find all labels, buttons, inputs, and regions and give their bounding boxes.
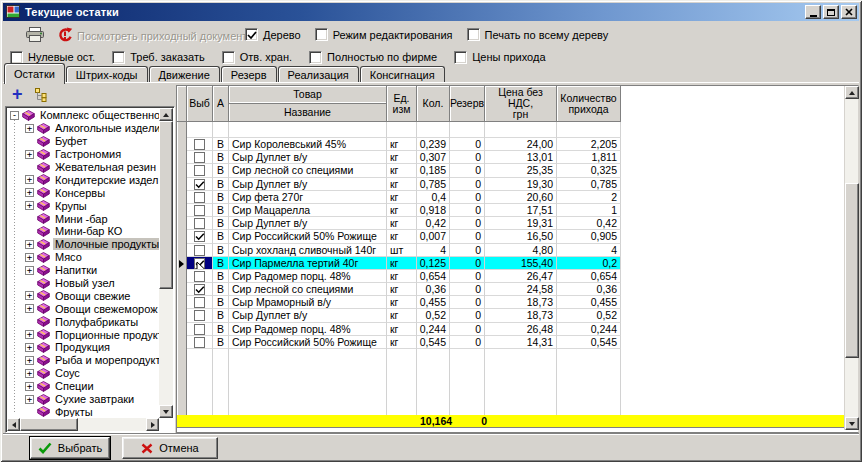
row-select-cell[interactable] (187, 323, 213, 336)
row-select-cell[interactable] (187, 257, 213, 270)
row-select-cell[interactable] (187, 217, 213, 230)
header-qty[interactable]: Кол. (417, 86, 450, 122)
header-product[interactable]: Товар Название (229, 86, 387, 122)
tree-item[interactable]: Новый узел (8, 277, 159, 290)
toolbar-checkbox[interactable]: Печать по всему дереву (467, 28, 609, 41)
print-button[interactable] (25, 27, 45, 43)
table-row[interactable]: В Сир Радомер порц. 48% кг 0,654 0 26,47… (177, 270, 858, 283)
tree-expander-icon[interactable]: + (25, 356, 34, 365)
cancel-button[interactable]: Отмена (122, 437, 218, 459)
close-button[interactable] (841, 5, 857, 19)
tree-item[interactable]: Полуфабрикаты (8, 315, 159, 328)
table-row[interactable]: В Сир фета 270г кг 0,4 0 20,60 2 (177, 191, 858, 204)
tree-item[interactable]: Фрукты (8, 405, 159, 417)
scrollbar-thumb[interactable] (845, 183, 859, 358)
tree-item[interactable]: + Специи (8, 380, 159, 393)
row-select-cell[interactable] (187, 191, 213, 204)
tree-expander-icon[interactable]: + (25, 240, 34, 249)
table-row[interactable]: В Сыр хохланд сливочный 140г шт 4 0 4,80… (177, 244, 858, 257)
row-checkbox[interactable] (194, 245, 205, 256)
tree-expander-icon[interactable]: + (25, 266, 34, 275)
tree-expander-icon[interactable]: + (25, 330, 34, 339)
tree-item[interactable]: + Гастрономия (8, 148, 159, 161)
table-row[interactable]: В Сыр Дуплет в/у кг 0,42 0 19,31 0,42 (177, 217, 858, 230)
tab[interactable]: Движение (149, 66, 220, 83)
row-select-cell[interactable] (187, 178, 213, 191)
header-unit[interactable]: Ед. изм (387, 86, 417, 122)
header-reserve[interactable]: Резерв (450, 86, 485, 122)
row-checkbox[interactable] (194, 165, 205, 176)
table-row[interactable]: В Сир лесной со специями кг 0,185 0 25,3… (177, 164, 858, 177)
tree-item[interactable]: + Крупы (8, 199, 159, 212)
tree-expander-icon[interactable] (25, 279, 34, 288)
header-selected[interactable]: Выб (187, 86, 213, 122)
tree-expander-icon[interactable]: + (25, 253, 34, 262)
minimize-button[interactable] (805, 5, 821, 19)
tab[interactable]: Резерв (221, 66, 277, 83)
maximize-button[interactable] (823, 5, 839, 19)
tree-item[interactable]: + Молочные продукты (8, 238, 159, 251)
add-node-button[interactable]: + (12, 86, 23, 102)
header-price[interactable]: Цена без НДС, грн (485, 86, 557, 122)
tree-item[interactable]: + Соус (8, 367, 159, 380)
row-checkbox[interactable] (194, 152, 205, 163)
row-checkbox[interactable] (194, 179, 205, 190)
table-row[interactable]: В Сыр Дуплет в/у кг 0,307 0 13,01 1,811 (177, 151, 858, 164)
titlebar[interactable]: Текущие остатки (3, 3, 859, 21)
tree-expander-icon[interactable] (25, 137, 34, 146)
table-row[interactable]: В Сир лесной со специями кг 0,36 0 24,58… (177, 283, 858, 296)
tree-expander-icon[interactable]: + (25, 304, 34, 313)
row-checkbox[interactable] (194, 284, 205, 295)
scroll-right-button[interactable] (146, 418, 159, 431)
row-select-cell[interactable] (187, 309, 213, 322)
tree-expander-icon[interactable] (25, 214, 34, 223)
tree-expander-icon[interactable]: + (25, 382, 34, 391)
table-row[interactable]: В Сир Российский 50% Рожище кг 0,007 0 1… (177, 230, 858, 243)
table-row[interactable]: В Сир Королевський 45% кг 0,239 0 24,00 … (177, 138, 858, 151)
refresh-button[interactable] (57, 27, 73, 43)
row-checkbox[interactable] (194, 231, 205, 242)
tree-item[interactable]: + Кондитерские издел (8, 173, 159, 186)
tree-expander-icon[interactable]: + (25, 369, 34, 378)
scroll-up-button[interactable] (845, 86, 859, 99)
table-row[interactable]: В Сир Мацарелла кг 0,918 0 17,51 1 (177, 204, 858, 217)
header-a[interactable]: А (213, 86, 229, 122)
tree-item[interactable]: + Напитки (8, 264, 159, 277)
toolbar-checkbox[interactable]: Дерево (245, 28, 301, 41)
tab[interactable]: Консигнация (360, 66, 445, 83)
tree-expander-icon[interactable] (25, 317, 34, 326)
scrollbar-thumb[interactable] (20, 418, 78, 431)
tree-item[interactable]: + Мясо (8, 251, 159, 264)
row-checkbox[interactable] (194, 139, 205, 150)
tree-item[interactable]: Жевательная резин (8, 161, 159, 174)
tree-expander-icon[interactable] (25, 163, 34, 172)
row-checkbox[interactable] (194, 218, 205, 229)
tree-expander-icon[interactable]: - (10, 111, 19, 120)
scroll-down-button[interactable] (845, 417, 859, 430)
table-row[interactable]: В Сыр Дуплет в/у кг 0,785 0 19,30 0,785 (177, 178, 858, 191)
row-checkbox[interactable] (194, 324, 205, 335)
tree-item[interactable]: Мини -бар (8, 212, 159, 225)
row-select-cell[interactable] (187, 336, 213, 349)
row-checkbox[interactable] (194, 297, 205, 308)
table-row[interactable]: В Сир Радомер порц. 48% кг 0,244 0 26,48… (177, 323, 858, 336)
row-select-cell[interactable] (187, 296, 213, 309)
toolbar-checkbox[interactable]: Режим редактирования (315, 28, 453, 41)
row-select-cell[interactable] (187, 204, 213, 217)
row-checkbox[interactable] (194, 337, 205, 348)
tree-item[interactable]: Мини-бар КО (8, 225, 159, 238)
tree-expander-icon[interactable]: + (25, 291, 34, 300)
row-checkbox[interactable] (194, 310, 205, 321)
checkbox-box[interactable] (315, 28, 328, 41)
tree-structure-button[interactable] (34, 88, 48, 102)
grid-vertical-scrollbar[interactable] (844, 86, 858, 430)
tab[interactable]: Штрих-коды (66, 66, 148, 83)
table-row[interactable]: В Сир Российский 50% Рожище кг 0,545 0 1… (177, 336, 858, 349)
tree-item[interactable]: + Рыба и морепродукт (8, 354, 159, 367)
tree-item[interactable]: + Овощи свежеморож (8, 302, 159, 315)
tree-expander-icon[interactable]: + (25, 175, 34, 184)
row-checkbox[interactable] (194, 205, 205, 216)
header-income[interactable]: Количество прихода (557, 86, 621, 122)
tree-vertical-scrollbar[interactable] (159, 108, 173, 418)
tree-item[interactable]: + Алкогольные издели (8, 122, 159, 135)
